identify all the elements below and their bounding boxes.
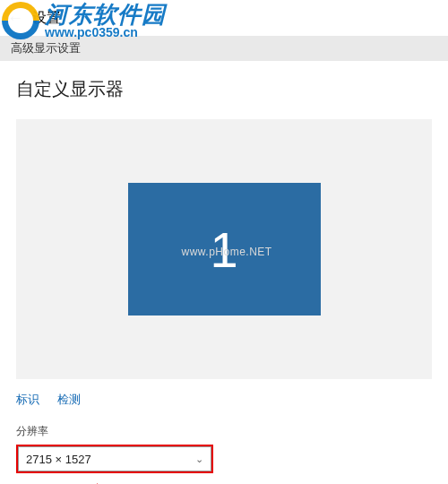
display-preview-area: www.pHome.NET 1 bbox=[16, 119, 432, 379]
chevron-down-icon: ⌄ bbox=[195, 454, 203, 465]
watermark-text: www.pHome.NET bbox=[182, 246, 272, 258]
back-button[interactable]: ← bbox=[7, 9, 23, 28]
breadcrumb: 高级显示设置 bbox=[11, 40, 81, 56]
annotation-arrow-icon bbox=[97, 479, 195, 484]
page-title: 自定义显示器 bbox=[16, 77, 432, 101]
window-title: 设置 bbox=[32, 9, 61, 28]
resolution-select[interactable]: 2715 × 1527 ⌄ bbox=[18, 446, 211, 471]
resolution-highlight: 2715 × 1527 ⌄ bbox=[16, 445, 213, 473]
identify-link[interactable]: 标识 bbox=[16, 393, 39, 406]
detect-link[interactable]: 检测 bbox=[57, 393, 81, 406]
monitor-tile-1[interactable]: www.pHome.NET 1 bbox=[128, 183, 321, 315]
resolution-value: 2715 × 1527 bbox=[26, 453, 91, 466]
resolution-label: 分辨率 bbox=[0, 424, 448, 439]
